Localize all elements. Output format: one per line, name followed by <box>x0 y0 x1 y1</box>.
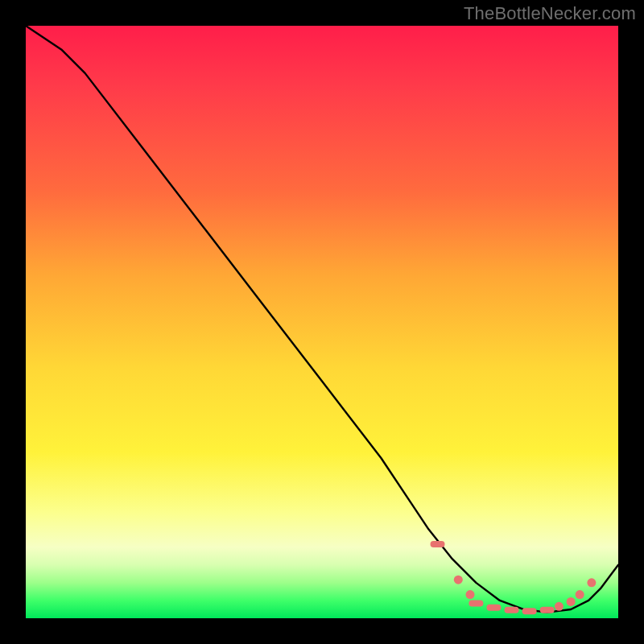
marker-dash <box>522 608 537 614</box>
watermark-text: TheBottleNecker.com <box>464 3 636 24</box>
chart-svg <box>26 26 618 618</box>
marker-dot <box>466 590 475 599</box>
marker-dash <box>486 605 501 611</box>
marker-dash <box>431 541 445 547</box>
marker-layer <box>431 541 597 614</box>
chart-frame: TheBottleNecker.com <box>0 0 644 644</box>
marker-dash <box>505 607 519 613</box>
marker-dot <box>567 597 576 606</box>
marker-dash <box>469 601 483 607</box>
bottleneck-curve <box>26 26 618 613</box>
plot-area <box>26 26 618 618</box>
marker-dot <box>587 578 596 587</box>
marker-dot <box>576 590 584 599</box>
marker-dot <box>454 576 463 584</box>
marker-dot <box>555 602 564 611</box>
marker-dash <box>540 607 555 613</box>
